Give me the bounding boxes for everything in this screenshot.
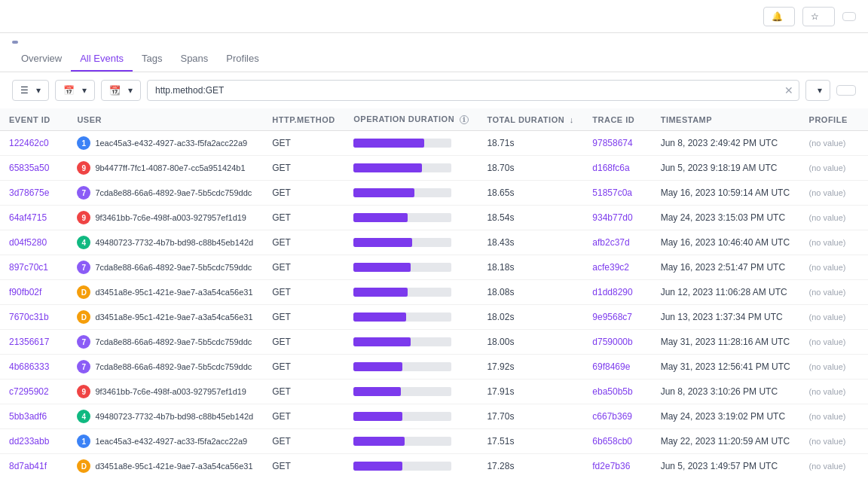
trace-id-link[interactable]: d1dd8290 [592, 287, 632, 297]
star-for-team-button[interactable]: ☆ [802, 7, 835, 26]
event-id-link[interactable]: 65835a50 [9, 163, 49, 173]
trace-id-link[interactable]: fd2e7b36 [592, 461, 630, 471]
search-input[interactable] [147, 80, 799, 101]
event-id-link[interactable]: f90fb02f [9, 287, 41, 297]
table-row: d04f5280 4 49480723-7732-4b7b-bd98-c88b4… [0, 230, 868, 255]
user-avatar: 4 [77, 410, 90, 423]
cell-http-method: GET [263, 156, 344, 181]
cell-event-id: c7295902 [0, 380, 68, 404]
cell-http-method: GET [263, 181, 344, 206]
tab-overview[interactable]: Overview [12, 47, 71, 72]
cell-total-duration: 18.18s [478, 255, 583, 280]
op-duration-bar [353, 238, 451, 247]
create-alert-button[interactable]: 🔔 [763, 7, 795, 26]
timestamp-value: Jun 5, 2023 1:49:57 PM UTC [661, 461, 778, 471]
duration-bar-fill [353, 288, 408, 297]
cell-trace-id: 69f8469e [583, 355, 651, 380]
cell-http-method: GET [263, 280, 344, 305]
cell-event-id: 64af4715 [0, 206, 68, 230]
event-id-link[interactable]: c7295902 [9, 386, 49, 397]
trace-id-link[interactable]: 69f8469e [592, 361, 630, 372]
table-row: 897c70c1 7 7cda8e88-66a6-4892-9ae7-5b5cd… [0, 255, 868, 280]
cell-event-id: d04f5280 [0, 230, 68, 255]
cell-total-duration: 18.02s [478, 305, 583, 330]
open-in-discover-button[interactable] [836, 85, 856, 96]
op-duration-bar [353, 288, 451, 297]
all-envs-button[interactable]: 📅 ▾ [55, 80, 95, 101]
cell-event-id: 8d7ab41f [0, 454, 68, 477]
trace-id-link[interactable]: 51857c0a [592, 188, 632, 198]
trace-id-link[interactable]: d168fc6a [592, 163, 629, 173]
page-title-bar [0, 33, 868, 47]
table-row: 4b686333 7 7cda8e88-66a6-4892-9ae7-5b5cd… [0, 355, 868, 380]
trace-id-link[interactable]: 9e9568c7 [592, 312, 632, 322]
cell-profile: (no value) [800, 181, 868, 206]
event-id-link[interactable]: 7670c31b [9, 312, 49, 322]
trace-id-link[interactable]: 97858674 [592, 138, 632, 148]
duration-bar-fill [353, 387, 400, 396]
event-id-link[interactable]: 64af4715 [9, 212, 47, 223]
clear-search-icon[interactable]: ✕ [784, 84, 793, 96]
event-id-link[interactable]: 122462c0 [9, 138, 49, 148]
http-method-value: GET [272, 237, 291, 248]
tab-spans[interactable]: Spans [171, 47, 217, 72]
cell-timestamp: Jun 8, 2023 3:10:26 PM UTC [652, 380, 800, 404]
tab-profiles[interactable]: Profiles [217, 47, 267, 72]
timestamp-value: May 22, 2023 11:20:59 AM UTC [661, 436, 790, 447]
timestamp-value: Jun 8, 2023 3:10:26 PM UTC [661, 386, 778, 397]
event-id-link[interactable]: d04f5280 [9, 237, 47, 248]
profile-no-value: (no value) [809, 412, 846, 421]
event-id-link[interactable]: 897c70c1 [9, 262, 48, 273]
cell-timestamp: May 16, 2023 10:59:14 AM UTC [652, 181, 800, 206]
cell-trace-id: d759000b [583, 330, 651, 355]
days-button[interactable]: 📆 ▾ [101, 80, 141, 101]
tab-bar: Overview All Events Tags Spans Profiles [0, 47, 868, 72]
event-id-link[interactable]: 8d7ab41f [9, 461, 47, 471]
event-id-link[interactable]: 3d78675e [9, 188, 49, 198]
event-id-link[interactable]: 5bb3adf6 [9, 411, 47, 422]
col-header-total-duration[interactable]: TOTAL DURATION ↓ [478, 108, 583, 131]
table-row: c7295902 9 9f3461bb-7c6e-498f-a003-92795… [0, 380, 868, 404]
total-duration-value: 18.70s [487, 163, 514, 173]
op-duration-info-icon[interactable]: ℹ [460, 115, 469, 124]
timestamp-value: May 24, 2023 3:19:02 PM UTC [661, 411, 785, 422]
table-row: f90fb02f D d3451a8e-95c1-421e-9ae7-a3a54… [0, 280, 868, 305]
event-id-link[interactable]: dd233abb [9, 436, 49, 447]
timestamp-value: May 31, 2023 12:56:41 PM UTC [661, 361, 790, 372]
trace-id-link[interactable]: afb2c37d [592, 237, 629, 248]
cell-timestamp: May 31, 2023 12:56:41 PM UTC [652, 355, 800, 380]
user-avatar: D [77, 310, 90, 324]
tab-tags[interactable]: Tags [133, 47, 171, 72]
tab-all-events[interactable]: All Events [71, 47, 133, 72]
table-row: 65835a50 9 9b4477ff-7fc1-4087-80e7-cc5a9… [0, 156, 868, 181]
trace-id-link[interactable]: 934b77d0 [592, 212, 632, 223]
profile-no-value: (no value) [809, 312, 846, 322]
event-id-link[interactable]: 21356617 [9, 337, 49, 347]
total-duration-value: 18.02s [487, 312, 514, 322]
cell-op-duration [344, 181, 478, 206]
cell-http-method: GET [263, 206, 344, 230]
php-badge [12, 41, 18, 44]
cell-profile: (no value) [800, 131, 868, 156]
cell-user: 7 7cda8e88-66a6-4892-9ae7-5b5cdc759ddc [68, 355, 263, 380]
trace-id-link[interactable]: c667b369 [592, 411, 632, 422]
cell-profile: (no value) [800, 404, 868, 429]
trace-id-link[interactable]: 6b658cb0 [592, 436, 632, 447]
duration-bar-fill [353, 238, 412, 247]
star-icon: ☆ [811, 11, 819, 22]
cell-op-duration [344, 404, 478, 429]
percentile-button[interactable]: ▾ [805, 80, 830, 101]
event-id-link[interactable]: 4b686333 [9, 361, 49, 372]
user-id: 9f3461bb-7c6e-498f-a003-927957ef1d19 [95, 213, 246, 222]
trace-id-link[interactable]: d759000b [592, 337, 632, 347]
trace-id-link[interactable]: acfe39c2 [592, 262, 629, 273]
settings-button[interactable] [842, 12, 856, 21]
col-header-timestamp: TIMESTAMP [652, 108, 800, 131]
events-table-container: EVENT ID USER HTTP.METHOD OPERATION DURA… [0, 108, 868, 477]
trace-id-link[interactable]: eba50b5b [592, 386, 632, 397]
timestamp-value: Jun 13, 2023 1:37:34 PM UTC [661, 312, 783, 322]
timestamp-value: May 16, 2023 10:46:40 AM UTC [661, 237, 790, 248]
cell-op-duration [344, 156, 478, 181]
filter-button[interactable]: ☰ ▾ [12, 80, 49, 101]
user-id: 1eac45a3-e432-4927-ac33-f5fa2acc22a9 [95, 437, 247, 446]
